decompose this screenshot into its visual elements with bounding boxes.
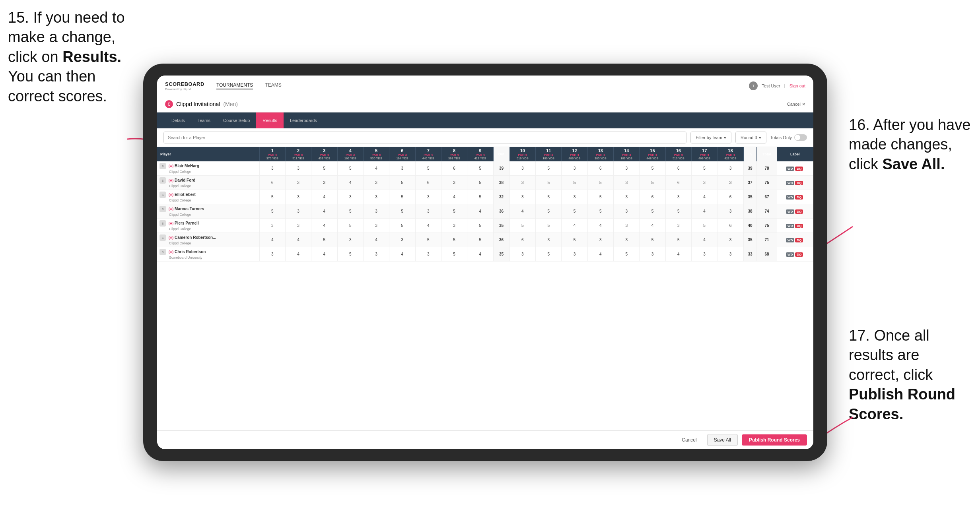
label-wd[interactable]: WD <box>786 252 794 257</box>
score-hole-4[interactable]: 3 <box>337 190 363 204</box>
tab-teams[interactable]: Teams <box>191 112 217 128</box>
score-hole-8[interactable]: 4 <box>441 190 467 204</box>
score-hole-17[interactable]: 4 <box>691 233 717 247</box>
score-hole-6[interactable]: 3 <box>389 161 415 176</box>
label-wd[interactable]: WD <box>786 195 794 200</box>
score-hole-5[interactable]: 4 <box>363 161 389 176</box>
score-hole-7[interactable]: 5 <box>415 233 441 247</box>
score-hole-5[interactable]: 3 <box>363 247 389 262</box>
score-hole-7[interactable]: 3 <box>415 190 441 204</box>
score-hole-6[interactable]: 4 <box>389 247 415 262</box>
score-hole-2[interactable]: 3 <box>285 204 311 219</box>
score-hole-17[interactable]: 3 <box>691 247 717 262</box>
score-hole-2[interactable]: 3 <box>285 161 311 176</box>
score-hole-7[interactable]: 5 <box>415 161 441 176</box>
score-hole-13[interactable]: 3 <box>587 233 613 247</box>
score-hole-16[interactable]: 3 <box>665 219 691 233</box>
label-wd[interactable]: WD <box>786 167 794 171</box>
score-hole-3[interactable]: 5 <box>311 233 337 247</box>
sign-out-link[interactable]: Sign out <box>789 83 805 88</box>
score-hole-15[interactable]: 6 <box>640 190 665 204</box>
score-hole-15[interactable]: 4 <box>640 219 665 233</box>
label-wd[interactable]: WD <box>786 224 794 228</box>
score-hole-7[interactable]: 3 <box>415 247 441 262</box>
score-hole-9[interactable]: 5 <box>467 233 493 247</box>
score-hole-16[interactable]: 6 <box>665 161 691 176</box>
nav-link-tournaments[interactable]: TOURNAMENTS <box>216 82 253 89</box>
search-input[interactable] <box>163 132 686 143</box>
label-dq[interactable]: DQ <box>795 167 803 171</box>
score-hole-8[interactable]: 6 <box>441 161 467 176</box>
label-wd[interactable]: WD <box>786 209 794 214</box>
label-dq[interactable]: DQ <box>795 224 803 228</box>
score-hole-2[interactable]: 3 <box>285 176 311 190</box>
label-dq[interactable]: DQ <box>795 238 803 242</box>
score-hole-1[interactable]: 5 <box>259 190 285 204</box>
score-hole-12[interactable]: 4 <box>562 219 587 233</box>
label-wd[interactable]: WD <box>786 181 794 185</box>
score-hole-5[interactable]: 3 <box>363 190 389 204</box>
score-hole-4[interactable]: 3 <box>337 233 363 247</box>
score-hole-17[interactable]: 5 <box>691 219 717 233</box>
score-hole-1[interactable]: 5 <box>259 204 285 219</box>
tab-results[interactable]: Results <box>256 112 284 128</box>
score-hole-18[interactable]: 3 <box>718 161 743 176</box>
score-hole-4[interactable]: 5 <box>337 219 363 233</box>
score-hole-2[interactable]: 4 <box>285 233 311 247</box>
score-hole-14[interactable]: 3 <box>614 190 640 204</box>
scores-container[interactable]: Player 1PAR 4370 YDS 2PAR 5511 YDS 3PAR … <box>157 147 813 430</box>
publish-round-scores-button[interactable]: Publish Round Scores <box>742 434 807 446</box>
score-hole-3[interactable]: 3 <box>311 176 337 190</box>
score-hole-14[interactable]: 3 <box>614 161 640 176</box>
score-hole-1[interactable]: 3 <box>259 161 285 176</box>
score-hole-6[interactable]: 5 <box>389 219 415 233</box>
score-hole-10[interactable]: 6 <box>509 233 535 247</box>
score-hole-12[interactable]: 5 <box>562 204 587 219</box>
score-hole-9[interactable]: 4 <box>467 204 493 219</box>
score-hole-13[interactable]: 4 <box>587 219 613 233</box>
score-hole-13[interactable]: 5 <box>587 176 613 190</box>
score-hole-17[interactable]: 4 <box>691 190 717 204</box>
score-hole-15[interactable]: 5 <box>640 176 665 190</box>
score-hole-9[interactable]: 4 <box>467 247 493 262</box>
score-hole-11[interactable]: 5 <box>536 190 562 204</box>
score-hole-10[interactable]: 3 <box>509 161 535 176</box>
score-hole-5[interactable]: 3 <box>363 204 389 219</box>
score-hole-13[interactable]: 5 <box>587 190 613 204</box>
score-hole-14[interactable]: 3 <box>614 219 640 233</box>
score-hole-6[interactable]: 5 <box>389 204 415 219</box>
score-hole-4[interactable]: 4 <box>337 176 363 190</box>
score-hole-15[interactable]: 5 <box>640 233 665 247</box>
score-hole-12[interactable]: 5 <box>562 233 587 247</box>
score-hole-2[interactable]: 3 <box>285 190 311 204</box>
score-hole-3[interactable]: 4 <box>311 247 337 262</box>
score-hole-17[interactable]: 4 <box>691 204 717 219</box>
score-hole-4[interactable]: 5 <box>337 204 363 219</box>
score-hole-3[interactable]: 4 <box>311 219 337 233</box>
score-hole-18[interactable]: 3 <box>718 233 743 247</box>
score-hole-1[interactable]: 3 <box>259 219 285 233</box>
score-hole-1[interactable]: 3 <box>259 247 285 262</box>
score-hole-10[interactable]: 3 <box>509 190 535 204</box>
score-hole-14[interactable]: 3 <box>614 204 640 219</box>
score-hole-8[interactable]: 3 <box>441 219 467 233</box>
score-hole-7[interactable]: 6 <box>415 176 441 190</box>
score-hole-12[interactable]: 3 <box>562 190 587 204</box>
score-hole-14[interactable]: 3 <box>614 233 640 247</box>
score-hole-8[interactable]: 3 <box>441 176 467 190</box>
score-hole-16[interactable]: 3 <box>665 190 691 204</box>
round-selector-button[interactable]: Round 3 ▾ <box>735 132 766 143</box>
score-hole-12[interactable]: 3 <box>562 161 587 176</box>
score-hole-1[interactable]: 6 <box>259 176 285 190</box>
score-hole-6[interactable]: 3 <box>389 233 415 247</box>
nav-link-teams[interactable]: TEAMS <box>265 82 281 89</box>
score-hole-7[interactable]: 4 <box>415 219 441 233</box>
score-hole-5[interactable]: 3 <box>363 219 389 233</box>
score-hole-6[interactable]: 5 <box>389 190 415 204</box>
label-dq[interactable]: DQ <box>795 252 803 257</box>
score-hole-4[interactable]: 5 <box>337 247 363 262</box>
score-hole-14[interactable]: 3 <box>614 176 640 190</box>
score-hole-8[interactable]: 5 <box>441 247 467 262</box>
score-hole-14[interactable]: 5 <box>614 247 640 262</box>
score-hole-9[interactable]: 5 <box>467 176 493 190</box>
